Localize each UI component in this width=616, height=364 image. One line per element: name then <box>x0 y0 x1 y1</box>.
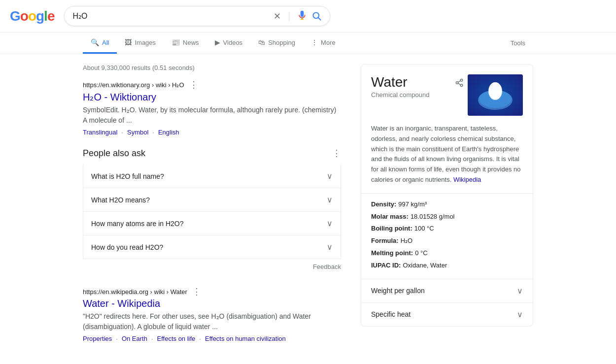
kp-title: Water <box>371 74 451 90</box>
tab-images[interactable]: 🖼 Images <box>117 33 164 54</box>
kp-share-button[interactable] <box>451 74 468 93</box>
kp-subtitle: Chemical compound <box>371 91 451 99</box>
result-link-symbol[interactable]: Symbol <box>127 129 148 136</box>
paa-chevron-3: ∨ <box>327 242 333 252</box>
svg-point-12 <box>491 87 494 90</box>
result-links-wikipedia: Properties · On Earth · Effects on life … <box>83 335 341 342</box>
results-info: About 9,330,000 results (0.51 seconds) <box>83 64 341 71</box>
kp-header: Water Chemical compound <box>361 65 533 116</box>
svg-point-11 <box>489 82 502 99</box>
main-content: About 9,330,000 results (0.51 seconds) h… <box>0 54 616 354</box>
kp-fact-iupac: IUPAC ID: Oxidane, Water <box>371 261 523 271</box>
tab-images-label: Images <box>135 39 156 46</box>
microphone-icon[interactable] <box>297 10 307 22</box>
kp-card: Water Chemical compound <box>361 64 533 327</box>
search-results: About 9,330,000 results (0.51 seconds) h… <box>83 64 341 354</box>
paa-header: People also ask ⋮ <box>83 148 341 159</box>
kp-fact-boiling-point: Boiling point: 100 °C <box>371 224 523 234</box>
paa-chevron-0: ∨ <box>327 171 333 181</box>
header: Google ✕ | <box>0 0 616 33</box>
search-input[interactable] <box>72 12 269 21</box>
nav-tabs: 🔍 All 🖼 Images 📰 News ▶ Videos 🛍 Shoppin… <box>0 33 616 54</box>
result-link-properties[interactable]: Properties <box>83 335 112 342</box>
result-links-wiktionary: Translingual · Symbol · English <box>83 129 341 136</box>
search-bar: ✕ | <box>64 6 330 26</box>
kp-fact-molar-mass: Molar mass: 18.01528 g/mol <box>371 212 523 222</box>
tab-videos-label: Videos <box>223 39 243 46</box>
svg-point-3 <box>456 82 458 84</box>
tools-button[interactable]: Tools <box>503 33 533 53</box>
paa-chevron-2: ∨ <box>327 219 333 228</box>
kp-expandable-weight-per-gallon[interactable]: Weight per gallon ∨ <box>361 279 533 302</box>
tab-news[interactable]: 📰 News <box>164 33 207 54</box>
tab-shopping-label: Shopping <box>268 39 295 46</box>
result-title-wiktionary[interactable]: H₂O - Wiktionary <box>83 91 341 103</box>
kp-fact-melting-point: Melting point: 0 °C <box>371 248 523 259</box>
kp-expandable-specific-heat[interactable]: Specific heat ∨ <box>361 302 533 326</box>
svg-line-5 <box>458 83 460 85</box>
clear-icon[interactable]: ✕ <box>274 11 281 22</box>
tab-shopping[interactable]: 🛍 Shopping <box>250 33 303 54</box>
shopping-icon: 🛍 <box>258 38 265 46</box>
divider: | <box>288 10 290 22</box>
kp-fact-density: Density: 997 kg/m³ <box>371 199 523 210</box>
kp-image <box>468 74 523 116</box>
feedback-button[interactable]: Feedback <box>313 263 341 270</box>
news-icon: 📰 <box>171 38 180 46</box>
more-dots-icon: ⋮ <box>311 38 318 46</box>
result-snippet-wiktionary: SymbolEdit. H₂O. Water, by its molecular… <box>83 105 341 126</box>
tab-more-label: More <box>321 39 336 46</box>
result-link-english[interactable]: English <box>158 129 179 136</box>
kp-facts: Density: 997 kg/m³ Molar mass: 18.01528 … <box>361 194 533 279</box>
google-logo: Google <box>10 8 54 24</box>
feedback-row: Feedback <box>83 259 341 274</box>
tab-all-label: All <box>102 39 109 46</box>
paa-chevron-1: ∨ <box>327 195 333 204</box>
result-link-on-earth[interactable]: On Earth <box>122 335 147 342</box>
result-title-wikipedia[interactable]: Water - Wikipedia <box>83 298 341 309</box>
result-url-wiktionary: https://en.wiktionary.org › wiki › H₂O ⋮ <box>83 79 341 90</box>
result-wiktionary: https://en.wiktionary.org › wiki › H₂O ⋮… <box>83 79 341 136</box>
images-icon: 🖼 <box>125 38 132 46</box>
result-options-dots-2[interactable]: ⋮ <box>192 286 201 297</box>
paa-item-0[interactable]: What is H2O full name? ∨ <box>83 165 341 188</box>
result-snippet-wikipedia: "H2O" redirects here. For other uses, se… <box>83 311 341 332</box>
people-also-ask: People also ask ⋮ What is H2O full name?… <box>83 148 341 274</box>
result-link-effects-on-life[interactable]: Effects on life <box>157 335 196 342</box>
paa-options-dots[interactable]: ⋮ <box>332 148 341 159</box>
kp-description: Water is an inorganic, transparent, tast… <box>361 116 533 194</box>
result-wikipedia: https://en.wikipedia.org › wiki › Water … <box>83 286 341 342</box>
search-button[interactable] <box>312 11 322 21</box>
all-icon: 🔍 <box>91 38 99 46</box>
result-link-translingual[interactable]: Translingual <box>83 129 117 136</box>
result-options-dots[interactable]: ⋮ <box>189 79 198 90</box>
result-link-effects-on-civ[interactable]: Effects on human civilization <box>205 335 286 342</box>
kp-title-area: Water Chemical compound <box>371 74 451 99</box>
kp-fact-formula: Formula: H₂O <box>371 236 523 246</box>
kp-chevron-heat: ∨ <box>517 310 523 319</box>
videos-icon: ▶ <box>215 38 220 46</box>
kp-chevron-weight: ∨ <box>517 286 523 296</box>
svg-point-2 <box>460 79 463 82</box>
paa-item-1[interactable]: What H2O means? ∨ <box>83 188 341 212</box>
paa-item-2[interactable]: How many atoms are in H2O? ∨ <box>83 212 341 235</box>
tab-all[interactable]: 🔍 All <box>83 33 117 54</box>
svg-point-4 <box>460 84 463 87</box>
paa-title: People also ask <box>83 148 145 159</box>
tab-news-label: News <box>183 39 199 46</box>
paa-item-3[interactable]: How do you read H2O? ∨ <box>83 235 341 259</box>
tab-more[interactable]: ⋮ More <box>303 33 343 54</box>
knowledge-panel: Water Chemical compound <box>361 64 533 354</box>
svg-line-6 <box>458 81 460 82</box>
svg-line-1 <box>318 17 321 20</box>
result-url-wikipedia: https://en.wikipedia.org › wiki › Water … <box>83 286 341 297</box>
kp-wikipedia-link[interactable]: Wikipedia <box>453 176 481 183</box>
tab-videos[interactable]: ▶ Videos <box>207 33 251 54</box>
